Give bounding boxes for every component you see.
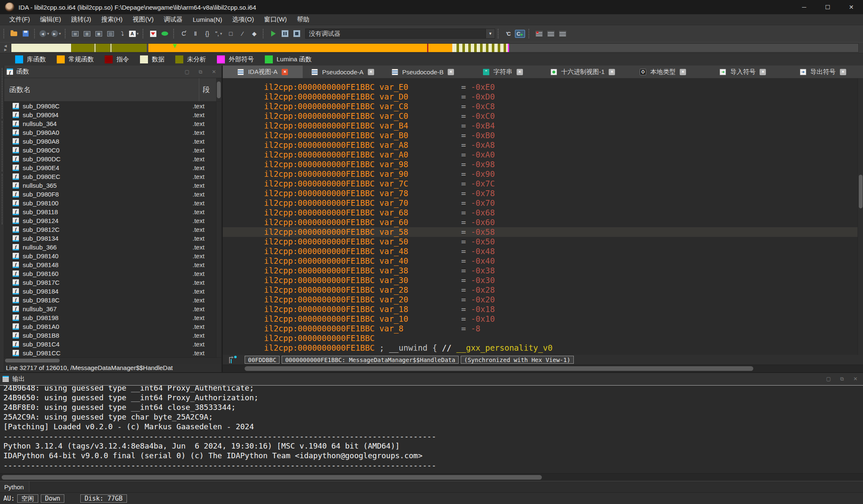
- menu-item-3[interactable]: 搜索(H): [96, 14, 128, 25]
- menu-item-6[interactable]: Lumina(N): [187, 14, 227, 25]
- listing-line[interactable]: il2cpp:0000000000FE1BBC var_68= -0x68: [223, 208, 863, 218]
- create-function-button[interactable]: Ƈ: [178, 28, 189, 39]
- function-row[interactable]: fsub_D98184.text: [4, 287, 222, 296]
- function-row[interactable]: fsub_D98198.text: [4, 313, 222, 322]
- function-row[interactable]: fsub_D981B8.text: [4, 331, 222, 340]
- tab-close-icon[interactable]: ✕: [368, 69, 374, 75]
- pseudocode-button[interactable]: C►: [515, 28, 525, 39]
- listing-line[interactable]: il2cpp:0000000000FE1BBC var_A0= -0xA0: [223, 150, 863, 160]
- menu-item-4[interactable]: 视图(V): [127, 14, 158, 25]
- output-titlebar[interactable]: 输出 ▢ ⧉ ✕: [0, 373, 863, 386]
- edit-func-button[interactable]: ∕: [237, 28, 248, 39]
- listing-line[interactable]: il2cpp:0000000000FE1BBC var_58= -0x58: [223, 227, 863, 237]
- menu-item-1[interactable]: 编辑(E): [35, 14, 66, 25]
- disassembly-listing[interactable]: il2cpp:0000000000FE1BBC var_E0= -0xE0il2…: [223, 78, 863, 355]
- function-row[interactable]: fsub_D9812C.text: [4, 225, 222, 234]
- function-row[interactable]: fsub_D980EC.text: [4, 172, 222, 181]
- listing-line[interactable]: il2cpp:0000000000FE1BBC var_60= -0x60: [223, 218, 863, 227]
- debugger-select-arrow[interactable]: ▼: [486, 29, 495, 39]
- segments-window-button[interactable]: ◫: [105, 28, 116, 39]
- listing-line[interactable]: il2cpp:0000000000FE1BBC var_D0= -0xD0: [223, 92, 863, 102]
- functions-window-button[interactable]: ▥: [82, 28, 92, 39]
- panel-maximize-icon[interactable]: ▢: [182, 68, 192, 76]
- function-row[interactable]: fsub_D981CC.text: [4, 349, 222, 357]
- listing-line[interactable]: il2cpp:0000000000FE1BBC var_B4= -0xB4: [223, 121, 863, 131]
- tab-close-icon[interactable]: ✕: [680, 69, 686, 75]
- breakpoint-list-button[interactable]: [148, 28, 158, 39]
- tab-close-icon[interactable]: ✕: [282, 69, 288, 75]
- tab-close-icon[interactable]: ✕: [760, 69, 766, 75]
- listing-line[interactable]: il2cpp:0000000000FE1BBC var_78= -0x78: [223, 189, 863, 198]
- listing-line[interactable]: il2cpp:0000000000FE1BBC var_70= -0x70: [223, 198, 863, 208]
- functions-vscroll-top[interactable]: [216, 78, 222, 101]
- tab-十六进制视图-1[interactable]: 十六进制视图-1✕: [543, 66, 623, 78]
- python-interpreter-label[interactable]: Python: [0, 481, 29, 492]
- tab-Pseudocode-B[interactable]: Pseudocode-B✕: [383, 66, 463, 78]
- function-row[interactable]: fsub_D9818C.text: [4, 296, 222, 304]
- function-row[interactable]: fnullsub_365.text: [4, 181, 222, 190]
- indent-list-button[interactable]: [545, 28, 556, 39]
- function-row[interactable]: fsub_D9817C.text: [4, 278, 222, 287]
- function-row[interactable]: fnullsub_367.text: [4, 304, 222, 313]
- output-close-icon[interactable]: ✕: [850, 375, 860, 383]
- menu-item-5[interactable]: 调试器: [158, 14, 187, 25]
- function-row[interactable]: fsub_D98160.text: [4, 269, 222, 278]
- listing-line[interactable]: il2cpp:0000000000FE1BBC var_C8= -0xC8: [223, 102, 863, 111]
- tab-本地类型[interactable]: O本地类型✕: [623, 66, 703, 78]
- band-right-arrow-icon[interactable]: ▶: [4, 48, 7, 51]
- names-window-button[interactable]: ▦: [93, 28, 104, 39]
- navigation-band[interactable]: [11, 43, 859, 52]
- listing-line[interactable]: il2cpp:0000000000FE1BBC var_48= -0x48: [223, 247, 863, 256]
- lumina-button[interactable]: [159, 28, 170, 39]
- panel-close-icon[interactable]: ✕: [209, 68, 219, 76]
- function-row[interactable]: fsub_D981C4.text: [4, 340, 222, 349]
- listing-line[interactable]: il2cpp:0000000000FE1BBC var_28= -0x28: [223, 285, 863, 295]
- function-row[interactable]: fsub_D9808C.text: [4, 102, 222, 110]
- nav-back-button[interactable]: ◄▼: [39, 28, 50, 39]
- more-funcs-button[interactable]: ",▼: [214, 28, 224, 39]
- quick-pseudocode-button[interactable]: 'C: [503, 28, 514, 39]
- chunk-button[interactable]: ◆: [249, 28, 260, 39]
- listing-line[interactable]: il2cpp:0000000000FE1BBC var_B0= -0xB0: [223, 131, 863, 140]
- listing-line[interactable]: il2cpp:0000000000FE1BBC var_C0= -0xC0: [223, 111, 863, 121]
- tab-close-icon[interactable]: ✕: [840, 69, 846, 75]
- debugger-select[interactable]: 没有调试器: [305, 29, 486, 39]
- function-row[interactable]: fsub_D980E4.text: [4, 163, 222, 172]
- menu-item-0[interactable]: 文件(F): [4, 14, 35, 25]
- output-float-icon[interactable]: ⧉: [837, 375, 847, 383]
- tab-close-icon[interactable]: ✕: [609, 69, 615, 75]
- func-braces-button[interactable]: {}: [202, 28, 213, 39]
- functions-hscrollbar[interactable]: [4, 357, 222, 364]
- column-name[interactable]: 函数名: [4, 78, 199, 101]
- listing-line[interactable]: il2cpp:0000000000FE1BBC var_10= -0x10: [223, 314, 863, 324]
- menu-item-9[interactable]: 帮助: [292, 14, 314, 25]
- column-segment[interactable]: 段: [199, 78, 216, 101]
- listing-line[interactable]: il2cpp:0000000000FE1BBC var_7C= -0x7C: [223, 179, 863, 189]
- graph-overview-icons[interactable]: [226, 355, 245, 365]
- band-left-arrow-icon[interactable]: ◀: [4, 45, 7, 47]
- tab-导出符号[interactable]: ➜导出符号✕: [783, 66, 863, 78]
- listing-vscrollbar[interactable]: [858, 78, 863, 355]
- function-row[interactable]: fnullsub_364.text: [4, 119, 222, 128]
- set-func-end-button[interactable]: Ⅱ: [190, 28, 201, 39]
- tab-字符串[interactable]: "字符串✕: [463, 66, 543, 78]
- close-button[interactable]: ✕: [839, 0, 863, 14]
- output-list-button[interactable]: [533, 28, 544, 39]
- nav-forward-button[interactable]: ►▼: [51, 28, 62, 39]
- jump-button[interactable]: ⤵: [117, 28, 128, 39]
- output-maximize-icon[interactable]: ▢: [823, 375, 834, 383]
- open-file-button[interactable]: [8, 28, 19, 39]
- function-row[interactable]: fsub_D980DC.text: [4, 155, 222, 163]
- start-debug-button[interactable]: [268, 28, 279, 39]
- indent-list2-button[interactable]: [557, 28, 568, 39]
- function-row[interactable]: fsub_D98148.text: [4, 260, 222, 269]
- function-row[interactable]: fsub_D98124.text: [4, 216, 222, 225]
- listing-line[interactable]: il2cpp:0000000000FE1BBC ; __unwind { // …: [223, 343, 863, 353]
- tab-close-icon[interactable]: ✕: [517, 69, 523, 75]
- function-row[interactable]: fsub_D98134.text: [4, 234, 222, 243]
- function-row[interactable]: fsub_D980A0.text: [4, 128, 222, 137]
- listing-hscrollbar[interactable]: [223, 365, 863, 372]
- listing-line[interactable]: il2cpp:0000000000FE1BBC: [223, 333, 863, 343]
- listing-line[interactable]: il2cpp:0000000000FE1BBC var_90= -0x90: [223, 169, 863, 179]
- stop-debug-button[interactable]: [291, 28, 302, 39]
